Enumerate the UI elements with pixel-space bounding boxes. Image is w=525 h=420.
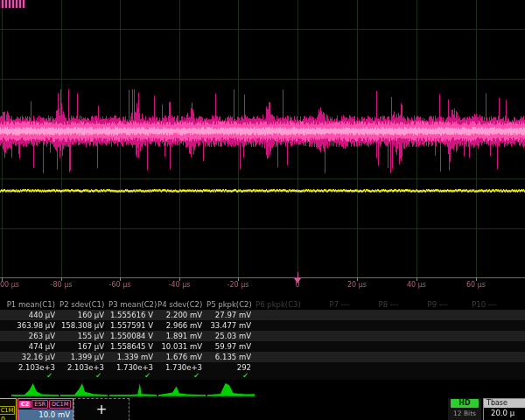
measure-value: 59.97 mV (206, 341, 256, 352)
measure-value: 158.308 µV (60, 320, 108, 331)
axis-tick-label: -20 µs (228, 281, 249, 289)
measure-value (354, 310, 402, 320)
measure-value (500, 341, 525, 352)
measurement-table: P1 mean(C1)440 µV363.98 µV263 µV474 µV32… (0, 299, 525, 380)
axis-tick-label: 60 µs (466, 281, 486, 289)
measure-value (354, 362, 402, 373)
measure-value: 33.477 mV (206, 320, 256, 331)
measure-value: 155 µV (60, 331, 108, 341)
measure-header: P8 --- (354, 299, 402, 310)
measure-column-p1[interactable]: P1 mean(C1)440 µV363.98 µV263 µV474 µV32… (0, 299, 60, 380)
measure-value: 1.555616 V (108, 310, 158, 320)
measure-value: 1.399 µV (60, 352, 108, 362)
measure-value (500, 310, 525, 320)
measure-value (452, 341, 500, 352)
measure-header: P1 mean(C1) (0, 299, 60, 310)
measure-value (256, 341, 304, 352)
measure-value: 2.966 mV (158, 320, 206, 331)
measure-column-p6[interactable]: P6 pkpk(C3) (256, 299, 304, 380)
measure-value: 1.676 mV (158, 352, 206, 362)
axis-tick-label: 20 µs (347, 281, 367, 289)
c1-scale-fragment: 0 mV (0, 416, 16, 420)
measure-column-p9[interactable]: P9 --- (402, 299, 452, 380)
measure-column-p3[interactable]: P3 mean(C2)1.555616 V1.557591 V1.550084 … (108, 299, 158, 380)
timebase-label: Tbase (484, 399, 525, 408)
measure-value (500, 320, 525, 331)
measure-value (304, 320, 354, 331)
bottom-bar: C1M 0 mV C2 ESR DC1M 10.0 mV + HD 12 Bit… (0, 398, 525, 420)
measure-value (402, 352, 452, 362)
measure-column-p10[interactable]: P10 --- (452, 299, 500, 380)
measure-column-p4[interactable]: P4 sdev(C2)2.200 mV2.966 mV1.891 mV10.03… (158, 299, 206, 380)
measure-header: P5 pkpk(C2) (206, 299, 256, 310)
measure-value: 1.339 mV (108, 352, 158, 362)
measure-value (354, 331, 402, 341)
histogram-strip (0, 382, 525, 397)
measure-status-check: ✔ (158, 373, 206, 380)
measure-status-check (402, 373, 452, 380)
measure-value (452, 352, 500, 362)
measure-value (256, 352, 304, 362)
measure-value (256, 331, 304, 341)
measure-value (256, 320, 304, 331)
measure-value (452, 331, 500, 341)
c2-coupling-badge: DC1M (49, 400, 71, 409)
measure-value (402, 310, 452, 320)
measure-histicon (158, 382, 206, 396)
measure-value (354, 352, 402, 362)
measure-value: 25.03 mV (206, 331, 256, 341)
measure-value (256, 310, 304, 320)
measure-value (402, 331, 452, 341)
hd-mode-badge[interactable]: HD (451, 399, 479, 408)
hd-panel: HD 12 Bits (448, 398, 481, 420)
measure-value (452, 320, 500, 331)
axis-tick-label: -80 µs (51, 281, 73, 289)
measure-value (402, 320, 452, 331)
measure-value (402, 362, 452, 373)
measure-header: P2 sdev(C1) (60, 299, 108, 310)
measure-column-p5[interactable]: P5 pkpk(C2)27.97 mV33.477 mV25.03 mV59.9… (206, 299, 256, 380)
measure-value: 440 µV (0, 310, 60, 320)
measure-status-check (256, 373, 304, 380)
channel-c1-descriptor[interactable]: C1M 0 mV (0, 398, 17, 420)
measure-header: P11 (500, 299, 525, 310)
measure-value: 27.97 mV (206, 310, 256, 320)
measure-value (500, 362, 525, 373)
measure-value: 167 µV (60, 341, 108, 352)
measure-column-p8[interactable]: P8 --- (354, 299, 402, 380)
c2-channel-badge: C2 (19, 401, 31, 408)
measure-value (500, 331, 525, 341)
measure-header: P10 --- (452, 299, 500, 310)
channel-c2-descriptor[interactable]: C2 ESR DC1M 10.0 mV (18, 398, 74, 420)
measure-column-p11[interactable]: P11 (500, 299, 525, 380)
add-trace-button[interactable]: + (74, 398, 130, 420)
axis-tick-label: 00 µs (0, 281, 19, 289)
measure-status-check: ✔ (108, 373, 158, 380)
measure-value (304, 352, 354, 362)
measure-value (402, 341, 452, 352)
c1-coupling-fragment: C1M (0, 406, 15, 415)
measure-status-check: ✔ (0, 373, 60, 380)
c2-esr-badge: ESR (32, 400, 48, 409)
measure-column-p7[interactable]: P7 --- (304, 299, 354, 380)
measure-status-check (452, 373, 500, 380)
measure-header: P4 sdev(C2) (158, 299, 206, 310)
axis-tick-label: 40 µs (407, 281, 426, 289)
waveform-display[interactable] (0, 0, 525, 294)
top-left-badge (0, 0, 26, 8)
measure-status-check (500, 373, 525, 380)
measure-value (304, 341, 354, 352)
measure-value (354, 320, 402, 331)
timebase-descriptor[interactable]: Tbase 20.0 µ (483, 398, 525, 420)
measure-status-check: ✔ (60, 373, 108, 380)
measure-status-check: ✔ (206, 373, 256, 380)
c2-scale-value: 10.0 mV (18, 410, 73, 420)
axis-tick-label: -60 µs (109, 281, 131, 289)
measure-value: 474 µV (0, 341, 60, 352)
measure-value: 1.891 mV (158, 331, 206, 341)
measure-header: P7 --- (304, 299, 354, 310)
measure-header: P6 pkpk(C3) (256, 299, 304, 310)
measure-column-p2[interactable]: P2 sdev(C1)160 µV158.308 µV155 µV167 µV1… (60, 299, 108, 380)
measure-value: 6.135 mV (206, 352, 256, 362)
measure-value (304, 331, 354, 341)
